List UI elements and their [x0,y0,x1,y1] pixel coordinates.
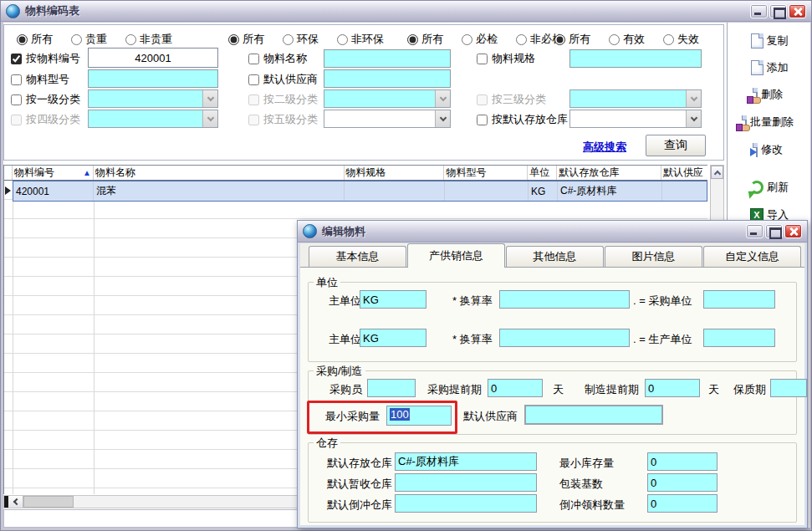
check-material-spec[interactable]: 物料规格 [477,51,535,66]
radio-icon[interactable] [609,34,620,45]
purchase-lead-input[interactable] [488,379,543,397]
radio-icon[interactable] [554,34,565,45]
checkbox[interactable] [11,74,22,85]
copy-button[interactable]: 复制 [728,33,811,49]
check-material-model[interactable]: 物料型号 [11,72,69,87]
backflush-warehouse-input[interactable] [395,494,537,513]
level5-category-dropdown[interactable] [324,110,451,128]
radio-icon[interactable] [337,34,348,45]
radio-all-3[interactable]: 所有 [407,32,443,47]
scroll-up-button[interactable] [711,166,723,179]
main-unit-input-1[interactable] [360,290,426,309]
production-unit-input[interactable] [703,329,775,347]
refresh-button[interactable]: 刷新 [728,180,811,195]
checkbox[interactable] [477,115,488,125]
radio-icon[interactable] [283,34,294,45]
radio-must-inspect[interactable]: 必检 [462,32,498,47]
material-name-input[interactable] [324,49,451,68]
production-rate-input[interactable] [499,329,630,347]
check-default-warehouse[interactable]: 按默认存放仓库 [477,112,568,127]
radio-not-eco[interactable]: 非环保 [337,32,384,47]
level1-category-dropdown[interactable] [88,89,218,108]
min-purchase-input[interactable]: 100 [386,406,452,426]
col-material-name[interactable]: 物料名称 [94,166,345,180]
delete-button[interactable]: 删除 [728,87,811,102]
hscroll-thumb[interactable] [23,496,74,508]
mfg-lead-input[interactable] [645,379,700,397]
radio-invalid[interactable]: 失效 [663,32,699,47]
col-material-spec[interactable]: 物料规格 [345,166,445,180]
dialog-minimize-button[interactable] [746,224,763,238]
chevron-down-icon[interactable] [435,110,450,127]
tab-basic-info[interactable]: 基本信息 [309,246,406,267]
radio-icon[interactable] [228,34,239,45]
close-button[interactable] [789,4,806,18]
radio-icon[interactable] [71,34,82,45]
radio-all-4[interactable]: 所有 [554,32,590,47]
check-level5-category[interactable]: 按五级分类 [248,112,318,127]
purchase-unit-input[interactable] [703,290,775,309]
temp-receive-warehouse-input[interactable] [395,473,537,492]
tab-picture-info[interactable]: 图片信息 [605,246,702,267]
table-row[interactable]: 420001 混苯 KG C#-原材料库 [13,181,707,202]
check-level2-category[interactable]: 按二级分类 [248,92,318,107]
dialog-close-button[interactable] [784,224,802,238]
checkbox[interactable] [11,94,22,105]
radio-icon[interactable] [462,34,472,45]
main-unit-input-2[interactable] [360,329,426,347]
check-level3-category[interactable]: 按三级分类 [477,92,546,107]
tab-supply-info[interactable]: 产供销信息 [407,243,505,268]
table-header[interactable]: 物料编号▲ 物料名称 物料规格 物料型号 单位 默认存放仓库 默认供应 [4,166,707,181]
check-level1-category[interactable]: 按一级分类 [11,92,80,107]
scroll-left-button[interactable] [8,496,23,508]
checkbox[interactable] [248,54,259,64]
purchase-rate-input[interactable] [499,290,630,309]
col-default-supplier[interactable]: 默认供应 [661,166,707,180]
check-default-supplier[interactable]: 默认供应商 [248,72,318,87]
material-model-input[interactable] [88,69,218,88]
batch-delete-button[interactable]: 批量删除 [728,115,811,130]
radio-not-valuable[interactable]: 非贵重 [125,32,172,47]
radio-icon[interactable] [516,34,527,45]
main-titlebar[interactable]: 物料编码表 [1,1,811,22]
checkbox[interactable] [477,54,488,64]
col-default-warehouse[interactable]: 默认存放仓库 [557,166,661,180]
col-material-model[interactable]: 物料型号 [444,166,528,180]
radio-icon[interactable] [17,34,28,45]
check-by-material-code[interactable]: 按物料编号 [11,51,80,66]
advanced-search-link[interactable]: 高级搜索 [583,140,626,155]
radio-all-1[interactable]: 所有 [17,32,53,47]
tab-other-info[interactable]: 其他信息 [506,246,604,267]
radio-valuable[interactable]: 贵重 [71,32,107,47]
radio-valid[interactable]: 有效 [609,32,645,47]
radio-eco[interactable]: 环保 [283,32,319,47]
default-storage-warehouse-input[interactable] [395,452,537,471]
check-level4-category[interactable]: 按四级分类 [11,112,80,127]
default-warehouse-dropdown[interactable] [569,110,702,128]
modify-button[interactable]: 修改 [728,142,811,157]
dlg-supplier-input[interactable] [524,405,663,425]
buyer-input[interactable] [367,379,416,397]
col-unit[interactable]: 单位 [528,166,557,180]
chevron-down-icon[interactable] [202,90,217,107]
min-stock-input[interactable] [647,452,718,471]
radio-icon[interactable] [407,34,418,45]
query-button[interactable]: 查询 [646,135,706,156]
dialog-maximize-button[interactable] [765,224,783,238]
dialog-titlebar[interactable]: 编辑物料 [298,221,807,243]
add-button[interactable]: 添加 [728,60,811,75]
radio-icon[interactable] [125,34,136,45]
material-code-input[interactable] [88,48,218,68]
radio-all-2[interactable]: 所有 [228,32,264,47]
material-spec-input[interactable] [569,49,702,68]
backflush-qty-input[interactable] [647,494,718,513]
radio-icon[interactable] [663,34,674,45]
chevron-down-icon[interactable] [686,110,701,127]
checkbox[interactable] [11,54,22,64]
minimize-button[interactable] [750,4,768,18]
maximize-button[interactable] [769,4,787,18]
check-material-name[interactable]: 物料名称 [248,51,307,66]
default-supplier-input[interactable] [324,69,451,88]
col-material-code[interactable]: 物料编号▲ [13,166,94,180]
checkbox[interactable] [248,74,259,85]
